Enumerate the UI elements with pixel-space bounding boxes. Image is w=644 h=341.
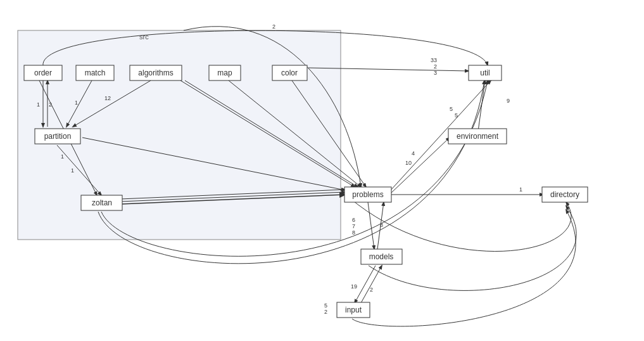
- edge-label: 2: [272, 23, 275, 30]
- edge-label: 12: [104, 95, 111, 101]
- edge-label: 8: [352, 229, 355, 236]
- edge-label: 1: [71, 167, 74, 174]
- problems-label: problems: [352, 190, 383, 199]
- edge-label: 2: [324, 309, 327, 315]
- edge-label: 9: [507, 98, 510, 104]
- edge-label: 5: [324, 302, 327, 309]
- zoltan-label: zoltan: [92, 198, 112, 207]
- edge-label: 1: [37, 101, 40, 108]
- algorithms-label: algorithms: [138, 68, 173, 77]
- edge-problems-models: [368, 202, 374, 249]
- edge-label: 4: [412, 150, 415, 157]
- edge-label: 19: [351, 283, 357, 290]
- directory-label: directory: [550, 190, 579, 199]
- edge-outer-arc3: [369, 206, 576, 290]
- edge-label: 2: [434, 63, 437, 70]
- edge-label: 33: [431, 57, 437, 63]
- util-label: util: [480, 68, 489, 77]
- environment-label: environment: [457, 132, 499, 141]
- edge-label: 1: [61, 153, 64, 160]
- edge-input-models: [361, 266, 382, 303]
- edge-label: 1: [519, 186, 522, 193]
- edge-label: 7: [352, 223, 355, 229]
- edge-label: 6: [352, 217, 355, 223]
- partition-label: partition: [44, 132, 72, 141]
- edge-label: 5: [450, 106, 453, 112]
- edge-label: 5: [455, 112, 458, 119]
- map-label: map: [217, 68, 232, 77]
- edge-label: 10: [405, 160, 412, 166]
- edge-problems-env: [391, 138, 450, 193]
- edge-label: 3: [434, 70, 437, 76]
- input-label: input: [345, 306, 362, 314]
- order-label: order: [34, 68, 52, 77]
- color-label: color: [281, 68, 298, 77]
- models-label: models: [369, 252, 394, 261]
- match-label: match: [85, 68, 106, 77]
- edge-models-input: [355, 266, 376, 303]
- edge-label: 1: [75, 100, 78, 106]
- src-label: src: [139, 33, 149, 41]
- edge-label: 2: [370, 286, 373, 293]
